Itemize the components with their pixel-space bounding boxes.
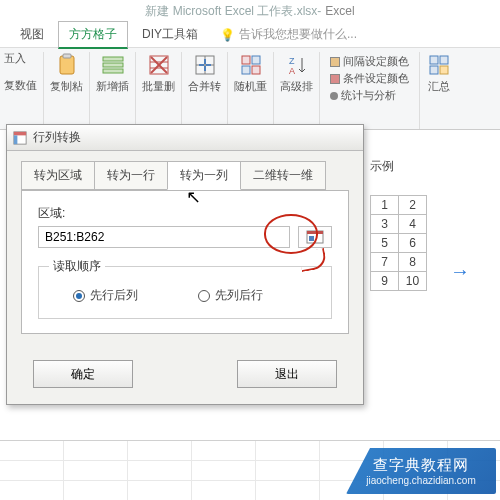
ribbon-shuffle[interactable]: 随机重 [228, 52, 274, 129]
svg-rect-13 [242, 56, 250, 64]
svg-text:A: A [289, 66, 295, 76]
svg-rect-2 [103, 57, 123, 61]
range-input[interactable] [38, 226, 290, 248]
ribbon-summary[interactable]: 汇总 [420, 52, 458, 129]
ribbon-bulk-delete[interactable]: 批量删 [136, 52, 182, 129]
summary-icon [426, 52, 452, 78]
read-order-title: 读取顺序 [49, 258, 105, 275]
range-picker-icon [306, 230, 324, 244]
read-order-group: 读取顺序 先行后列 先列后行 [38, 266, 332, 319]
example-title: 示例 [370, 158, 500, 175]
delete-grid-icon [146, 52, 172, 78]
svg-rect-21 [430, 66, 438, 74]
bulb-icon: 💡 [220, 28, 235, 42]
svg-rect-15 [242, 66, 250, 74]
swatch-icon [330, 74, 340, 84]
radio-col-then-row[interactable]: 先列后行 [198, 287, 263, 304]
range-picker-button[interactable] [298, 226, 332, 248]
stub-label-1[interactable]: 五入 [4, 52, 26, 65]
ribbon-add[interactable]: 新增插 [90, 52, 136, 129]
clipboard-icon [54, 52, 80, 78]
svg-rect-0 [60, 56, 74, 74]
example-grid: 12 34 56 78 910 [370, 195, 427, 291]
add-rows-icon [100, 52, 126, 78]
ribbon-cond-color[interactable]: 条件设定颜色 [330, 71, 409, 86]
tab-diy[interactable]: DIY工具箱 [132, 22, 208, 47]
dialog-row-col-convert: 行列转换 转为区域 转为一行 转为一列 二维转一维 区域: 读取顺序 先行 [6, 124, 364, 405]
tab-to-area[interactable]: 转为区域 [21, 161, 95, 190]
svg-rect-1 [63, 54, 71, 58]
watermark: 查字典教程网 jiaocheng.chazidian.com [346, 448, 496, 494]
ribbon-interval-color[interactable]: 间隔设定颜色 [330, 54, 409, 69]
app-name: Excel [325, 4, 354, 18]
tab-view[interactable]: 视图 [10, 22, 54, 47]
svg-rect-24 [14, 131, 26, 135]
tab-to-col[interactable]: 转为一列 [167, 161, 241, 190]
example-panel: 示例 12 34 56 78 910 [370, 158, 500, 291]
svg-rect-20 [440, 56, 448, 64]
svg-rect-19 [430, 56, 438, 64]
ribbon-stats[interactable]: 统计与分析 [330, 88, 409, 103]
ribbon-tabs: 视图 方方格子 DIY工具箱 💡 告诉我您想要做什么... [0, 22, 500, 48]
ribbon-merge[interactable]: 合并转 [182, 52, 228, 129]
dialog-title-text: 行列转换 [33, 129, 81, 146]
swatch-icon [330, 57, 340, 67]
tell-me-search[interactable]: 💡 告诉我您想要做什么... [220, 26, 357, 43]
radio-icon [73, 290, 85, 302]
radio-icon [198, 290, 210, 302]
window-title: 新建 Microsoft Excel 工作表.xlsx - Excel [0, 0, 500, 22]
dialog-titlebar[interactable]: 行列转换 [7, 125, 363, 151]
sort-az-icon: ZA [284, 52, 310, 78]
tab-2d-to-1d[interactable]: 二维转一维 [240, 161, 326, 190]
cancel-button[interactable]: 退出 [237, 360, 337, 388]
tab-fangfang[interactable]: 方方格子 [58, 21, 128, 49]
watermark-title: 查字典教程网 [373, 456, 469, 475]
svg-rect-27 [307, 231, 323, 234]
dialog-tabs: 转为区域 转为一行 转为一列 二维转一维 [7, 151, 363, 190]
watermark-url: jiaocheng.chazidian.com [366, 475, 476, 486]
shuffle-icon [238, 52, 264, 78]
document-name: 新建 Microsoft Excel 工作表.xlsx [145, 3, 317, 20]
svg-rect-14 [252, 56, 260, 64]
svg-rect-16 [252, 66, 260, 74]
svg-rect-28 [309, 236, 314, 241]
ok-button[interactable]: 确定 [33, 360, 133, 388]
radio-row-then-col[interactable]: 先行后列 [73, 287, 138, 304]
tab-to-row[interactable]: 转为一行 [94, 161, 168, 190]
app-icon [13, 131, 27, 145]
dot-icon [330, 92, 338, 100]
svg-rect-4 [103, 69, 123, 73]
svg-rect-25 [14, 135, 18, 144]
merge-icon [192, 52, 218, 78]
range-label: 区域: [38, 205, 332, 222]
svg-rect-22 [440, 66, 448, 74]
svg-text:Z: Z [289, 56, 295, 66]
tell-me-placeholder: 告诉我您想要做什么... [239, 26, 357, 43]
ribbon: 五入 复数值 复制粘 新增插 批量删 合并转 随机重 ZA 高级排 [0, 48, 500, 130]
arrow-right-icon: → [450, 260, 470, 283]
stub-label-2[interactable]: 复数值 [4, 79, 37, 92]
ribbon-sort[interactable]: ZA 高级排 [274, 52, 320, 129]
svg-rect-3 [103, 63, 123, 67]
ribbon-copy[interactable]: 复制粘 [44, 52, 90, 129]
